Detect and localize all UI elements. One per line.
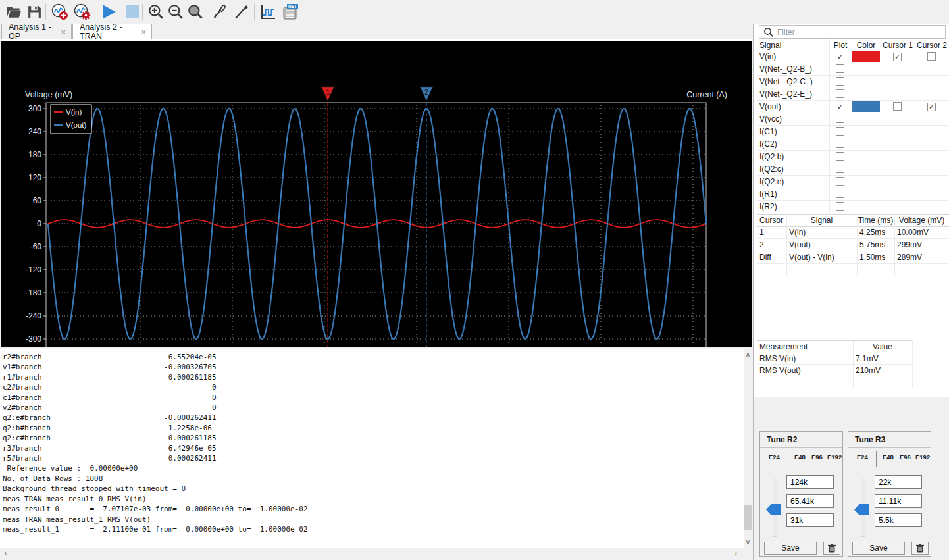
signal-table-header-cursor-1: Cursor 1	[881, 41, 915, 50]
signal-row-i-q2-e-[interactable]: I(Q2:e)	[757, 176, 949, 188]
console-vscroll-thumb[interactable]	[744, 505, 752, 530]
delete-tuner-button[interactable]	[911, 542, 929, 555]
tune-upper-value-input[interactable]	[875, 475, 922, 489]
toolbar-separator	[207, 4, 207, 20]
toolbar: NET	[0, 0, 949, 24]
tuner-r3-panel: Tune R3 E24 E48 E96 E192 Save	[848, 431, 931, 557]
waveform-viewer-button[interactable]	[258, 2, 278, 22]
plot-checkbox[interactable]	[836, 140, 844, 150]
signal-name: V(Net-_Q2-E_)	[759, 89, 812, 99]
save-tuned-value-button[interactable]: Save	[852, 542, 905, 555]
y-tick-label: 240	[28, 127, 41, 136]
eseries-e96-button[interactable]: E96	[900, 453, 911, 461]
signal-table-header-plot: Plot	[829, 41, 852, 50]
save-button[interactable]	[24, 2, 44, 22]
eseries-e24-button[interactable]: E24	[857, 453, 868, 461]
zoom-in-button[interactable]	[146, 2, 166, 22]
plot-checkbox[interactable]	[836, 89, 844, 100]
waveform-plot[interactable]: 300240180120600-60-120-180-240-3001.42.8…	[1, 41, 752, 347]
eseries-e192-button[interactable]: E192	[915, 453, 930, 461]
toolbar-separator	[254, 4, 255, 20]
scroll-up-icon[interactable]: ∧	[744, 351, 752, 359]
signal-name: V(vcc)	[759, 115, 782, 124]
stop-simulation-button[interactable]	[122, 2, 142, 22]
eseries-e48-button[interactable]: E48	[883, 453, 894, 461]
run-simulation-button[interactable]	[99, 2, 118, 22]
plot-checkbox[interactable]	[836, 177, 844, 188]
zoom-out-button[interactable]	[166, 2, 186, 22]
scroll-right-icon[interactable]: ›	[732, 549, 740, 558]
signal-row-i-c1-[interactable]: I(C1)	[757, 126, 949, 138]
cursor1-checkbox[interactable]	[893, 102, 902, 113]
signal-row-i-r1-[interactable]: I(R1)	[757, 188, 949, 201]
signal-row-i-r2-[interactable]: I(R2)	[757, 201, 949, 213]
save-tuned-value-button[interactable]: Save	[764, 542, 817, 555]
console-vertical-scrollbar[interactable]: ∧ ∨	[744, 349, 752, 548]
tab-analysis-1-op[interactable]: Analysis 1 - OP ×	[1, 24, 72, 39]
plot-canvas[interactable]: 300240180120600-60-120-180-240-3001.42.8…	[1, 41, 752, 347]
probe-straight-icon	[232, 3, 251, 21]
eseries-e24-button[interactable]: E24	[769, 453, 780, 461]
open-file-button[interactable]	[4, 2, 24, 22]
plot-checkbox[interactable]: ✓	[836, 52, 844, 61]
zoom-fit-button[interactable]	[186, 2, 205, 22]
signal-row-i-q2-c-[interactable]: I(Q2:c)	[757, 163, 949, 176]
simulator-log-console[interactable]: r2#branch 6.55204e-05 v1#branch -0.00032…	[0, 349, 744, 548]
eseries-e48-button[interactable]: E48	[794, 453, 806, 461]
signal-filter-input[interactable]	[777, 28, 945, 37]
row-separator	[757, 213, 949, 213]
tune-slider-handle[interactable]	[766, 504, 781, 515]
plot-checkbox[interactable]: ✓	[836, 102, 844, 111]
cursor-marker-label: 1	[326, 88, 330, 96]
plot-checkbox[interactable]	[836, 64, 844, 75]
signal-name: I(Q2:c)	[759, 165, 784, 174]
color-swatch[interactable]	[852, 51, 880, 62]
tune-lower-value-input[interactable]	[875, 513, 922, 527]
signal-row-i-q2-b-[interactable]: I(Q2:b)	[757, 151, 949, 163]
plot-checkbox[interactable]	[836, 190, 844, 200]
signal-row-v-vcc-[interactable]: V(vcc)	[757, 113, 949, 126]
plot-checkbox[interactable]	[836, 165, 844, 175]
y-tick-label: 300	[28, 104, 41, 113]
tab-analysis-2-tran[interactable]: Analysis 2 - TRAN ×	[72, 24, 152, 39]
probe-straight-button[interactable]	[232, 2, 251, 22]
signal-row-v-net-q2-b-[interactable]: V(Net-_Q2-B_)	[757, 63, 949, 76]
signal-row-v-net-q2-c-[interactable]: V(Net-_Q2-C_)	[757, 76, 949, 88]
add-analysis-button[interactable]	[50, 2, 70, 22]
signal-row-i-c2-[interactable]: I(C2)	[757, 138, 949, 151]
cursor-cell: V(out)	[789, 240, 811, 249]
plot-checkbox[interactable]	[836, 77, 844, 88]
tuner-title: Tune R2	[767, 435, 797, 444]
signal-row-v-net-q2-e-[interactable]: V(Net-_Q2-E_)	[757, 88, 949, 101]
y-tick-label: -60	[30, 242, 42, 251]
plot-checkbox[interactable]	[836, 115, 844, 125]
eseries-e96-button[interactable]: E96	[811, 453, 823, 461]
console-horizontal-scrollbar[interactable]: ‹ ›	[0, 548, 744, 559]
tab-close-icon[interactable]: ×	[61, 28, 66, 36]
delete-tuner-button[interactable]	[823, 542, 840, 555]
tune-current-value-input[interactable]	[875, 494, 922, 508]
signal-name: I(Q2:b)	[759, 152, 784, 161]
plot-checkbox[interactable]	[836, 127, 844, 138]
plot-checkbox[interactable]	[836, 152, 844, 163]
tune-lower-value-input[interactable]	[786, 513, 834, 527]
cursor2-checkbox[interactable]: ✓	[927, 102, 936, 111]
tab-close-icon[interactable]: ×	[141, 28, 146, 36]
cursor1-checkbox[interactable]: ✓	[893, 52, 902, 61]
signal-row-v-out-[interactable]: V(out)✓✓	[757, 101, 949, 113]
configure-analysis-button[interactable]	[72, 2, 92, 22]
tune-current-value-input[interactable]	[786, 494, 834, 508]
eseries-e192-button[interactable]: E192	[827, 453, 842, 461]
tune-upper-value-input[interactable]	[786, 475, 834, 489]
cursor-cell: Diff	[759, 253, 771, 262]
color-swatch[interactable]	[852, 101, 880, 112]
scroll-down-icon[interactable]: ∨	[744, 538, 752, 547]
cursor2-checkbox[interactable]	[927, 52, 936, 63]
divider	[848, 447, 931, 448]
scroll-left-icon[interactable]: ‹	[1, 549, 10, 558]
tune-slider-handle[interactable]	[854, 504, 869, 515]
signal-row-v-in-[interactable]: V(in)✓✓	[757, 51, 949, 63]
netlist-viewer-button[interactable]: NET	[280, 2, 300, 22]
probe-curly-button[interactable]	[211, 2, 230, 22]
plot-checkbox[interactable]	[836, 202, 844, 213]
